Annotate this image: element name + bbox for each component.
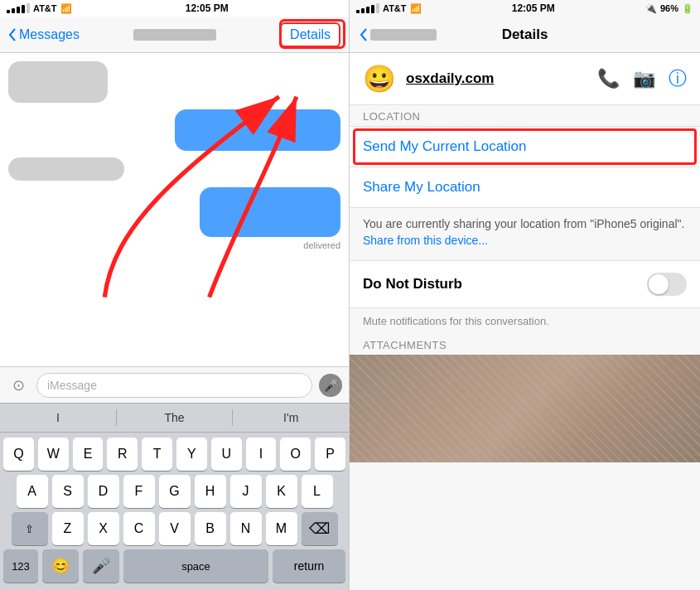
delete-key[interactable]: ⌫ [302,512,338,545]
key-q[interactable]: Q [3,438,34,471]
toggle-knob [649,274,669,294]
key-s[interactable]: S [52,475,84,508]
wifi-icon-right: 📶 [410,3,422,14]
dnd-title: Do Not Disturb [363,276,462,293]
key-t[interactable]: T [142,438,172,471]
dnd-description: Mute notifications for this conversation… [350,308,700,334]
send-location-label: Send My Current Location [363,138,527,154]
numbers-key[interactable]: 123 [3,549,38,583]
share-from-device-link[interactable]: Share from this device... [363,234,488,247]
contact-name[interactable]: osxdaily.com [406,70,587,87]
phone-icon[interactable]: 📞 [597,68,620,89]
shift-key[interactable]: ⇧ [12,512,48,545]
attachments-header: ATTACHMENTS [350,334,700,355]
keyboard-row-3: ⇧ Z X C V B N M ⌫ [3,512,345,545]
key-m[interactable]: M [266,512,297,545]
dictation-key[interactable]: 🎤 [83,549,119,583]
contact-row: 😀 osxdaily.com 📞 📷 ⓘ [350,53,700,105]
contact-name-blur [370,29,437,41]
contact-action-icons: 📞 📷 ⓘ [597,66,687,91]
key-z[interactable]: Z [52,512,84,545]
signal-dots-right [356,3,379,13]
key-e[interactable]: E [73,438,104,471]
message-bubble [8,61,108,103]
key-x[interactable]: X [88,512,119,545]
message-bubble [8,157,124,181]
key-d[interactable]: D [88,475,119,508]
keyboard-row-4: 123 😊 🎤 space return [3,549,345,583]
camera-button[interactable]: ⊙ [7,374,30,397]
time-right: 12:05 PM [512,2,555,14]
imessage-placeholder: iMessage [47,379,97,392]
attachment-thumbnail[interactable] [350,355,700,462]
details-title: Details [502,27,548,43]
pred-word-1[interactable]: I [0,411,116,424]
battery-percent: 96% [660,3,678,13]
key-h[interactable]: H [195,475,226,508]
blur-overlay [350,355,700,462]
location-description: You are currently sharing your location … [350,208,700,260]
message-bubble [200,187,340,237]
signal-dots [7,3,30,13]
do-not-disturb-section: Do Not Disturb [350,260,700,308]
nav-bar-left: Messages Details [0,17,349,53]
info-icon[interactable]: ⓘ [669,66,687,91]
key-g[interactable]: G [159,475,191,508]
key-v[interactable]: V [159,512,191,545]
key-c[interactable]: C [123,512,155,545]
dnd-toggle[interactable] [647,273,687,296]
imessage-input[interactable]: iMessage [36,373,312,398]
key-a[interactable]: A [17,475,48,508]
keyboard-row-1: Q W E R T Y U I O P [3,438,345,471]
mic-button[interactable]: 🎤 [319,374,342,397]
back-button-left[interactable]: Messages [8,27,80,42]
time-left: 12:05 PM [186,2,229,14]
key-b[interactable]: B [195,512,226,545]
nav-title-blur-left [133,29,216,41]
right-panel: AT&T 📶 12:05 PM 🔌 96% 🔋 Details 😀 osxdai… [350,0,700,590]
carrier-right: AT&T [383,3,407,13]
key-o[interactable]: O [280,438,311,471]
location-section: Send My Current Location Share My Locati… [350,126,700,208]
pred-word-2[interactable]: The [117,411,233,424]
space-key[interactable]: space [123,549,269,583]
key-i[interactable]: I [246,438,277,471]
key-f[interactable]: F [123,475,155,508]
emoji-key[interactable]: 😊 [42,549,79,583]
share-location-button[interactable]: Share My Location [350,167,700,207]
key-r[interactable]: R [107,438,138,471]
return-key[interactable]: return [273,549,345,583]
key-u[interactable]: U [211,438,242,471]
location-desc-text: You are currently sharing your location … [363,217,684,230]
carrier-left: AT&T [33,3,57,13]
message-bubble [175,109,340,151]
nav-bar-right: Details [350,17,700,53]
key-y[interactable]: Y [176,438,207,471]
status-bar-right: AT&T 📶 12:05 PM 🔌 96% 🔋 [350,0,700,17]
key-j[interactable]: J [230,475,262,508]
send-location-button[interactable]: Send My Current Location [350,127,700,167]
left-panel: AT&T 📶 12:05 PM Messages Details deliver… [0,0,350,590]
status-bar-left: AT&T 📶 12:05 PM [0,0,349,17]
wifi-icon-left: 📶 [60,3,72,14]
chevron-left-icon [8,28,17,41]
key-l[interactable]: L [302,475,333,508]
battery-charging-icon: 🔌 [645,3,657,14]
predictive-bar: I The I'm [0,403,349,433]
key-p[interactable]: P [315,438,345,471]
back-label-left: Messages [19,27,80,42]
key-n[interactable]: N [230,512,262,545]
key-w[interactable]: W [38,438,69,471]
status-carrier-right: AT&T 📶 [356,3,422,14]
share-location-label: Share My Location [363,179,480,195]
key-k[interactable]: K [266,475,297,508]
details-button[interactable]: Details [280,22,340,47]
battery-icon: 🔋 [682,3,693,14]
chevron-left-icon-right [360,28,368,41]
contact-info: osxdaily.com [406,70,587,87]
back-button-right[interactable] [360,28,437,41]
pred-word-3[interactable]: I'm [233,411,349,424]
video-icon[interactable]: 📷 [633,68,655,89]
message-input-bar: ⊙ iMessage 🎤 [0,366,349,403]
status-left: AT&T 📶 [7,3,72,14]
